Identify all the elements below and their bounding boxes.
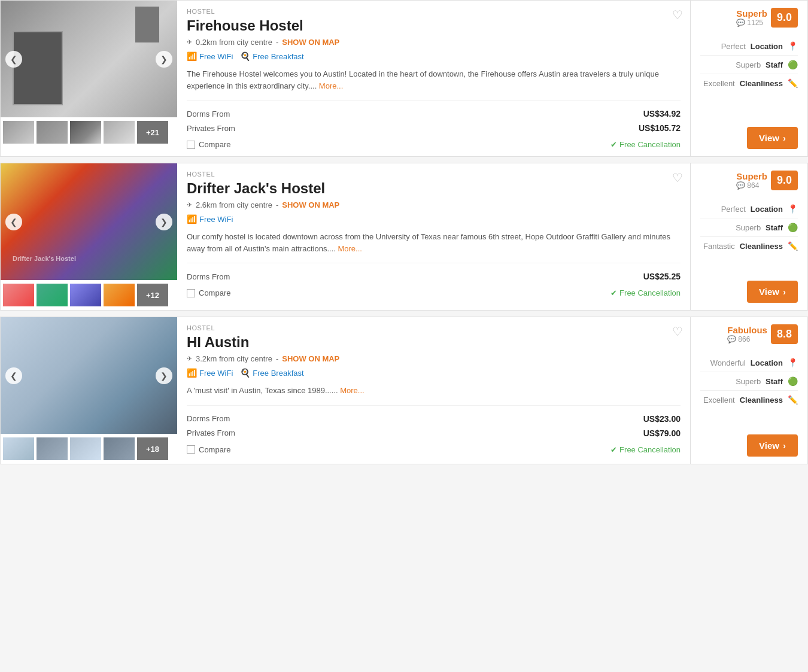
arrow-icon: ›	[783, 440, 786, 451]
privates-label: Privates From	[187, 124, 235, 133]
view-button[interactable]: View ›	[747, 127, 798, 149]
free-cancellation: ✔ Free Cancellation	[610, 445, 681, 454]
location-icon: 📍	[788, 204, 798, 214]
show-map-link[interactable]: SHOW ON MAP	[282, 200, 339, 209]
image-section: ❮ ❯ +18	[1, 317, 177, 464]
description: A 'must visit' in Austin, Texas since 19…	[187, 385, 681, 397]
compare-text: Compare	[199, 288, 230, 297]
thumbnail-2[interactable]	[37, 437, 68, 460]
chat-icon: 💬	[736, 19, 745, 27]
attr-noun: Staff	[766, 377, 783, 386]
attr-noun: Staff	[766, 60, 783, 69]
amenities-row: 📶 Free WiFi	[187, 214, 681, 224]
more-link[interactable]: More...	[319, 81, 343, 90]
hostel-name[interactable]: Firehouse Hostel	[187, 17, 681, 34]
hostel-name[interactable]: Drifter Jack's Hostel	[187, 180, 681, 197]
main-image: ❮ ❯	[1, 163, 177, 280]
thumbnail-more[interactable]: +21	[137, 121, 168, 144]
main-image: ❮ ❯	[1, 317, 177, 434]
thumbnail-4[interactable]	[104, 284, 135, 306]
thumbnail-1[interactable]	[3, 121, 34, 144]
staff-icon: 🟢	[788, 376, 798, 386]
compare-label[interactable]: Compare	[187, 445, 230, 454]
thumbnail-3[interactable]	[70, 437, 101, 460]
thumbnail-more[interactable]: +12	[137, 284, 168, 306]
amenity-free-wifi: 📶 Free WiFi	[187, 51, 233, 61]
thumbnail-more[interactable]: +18	[137, 437, 168, 460]
compare-checkbox[interactable]	[187, 289, 195, 297]
compare-label[interactable]: Compare	[187, 288, 230, 297]
attribute-location: Perfect Location 📍	[700, 37, 798, 56]
compare-checkbox[interactable]	[187, 445, 195, 454]
favorite-button[interactable]: ♡	[672, 171, 683, 185]
wifi-icon: 📶	[187, 214, 197, 224]
compare-checkbox[interactable]	[187, 141, 195, 149]
wifi-icon: 📶	[187, 368, 197, 378]
attr-noun: Cleanliness	[740, 242, 783, 251]
attribute-list: Perfect Location 📍 Superb Staff 🟢 Excell…	[700, 37, 798, 92]
attr-noun: Location	[751, 358, 783, 367]
check-icon: ✔	[610, 140, 617, 149]
thumbnail-strip: +18	[1, 434, 177, 464]
cleanliness-icon: ✏️	[788, 78, 798, 88]
thumbnail-3[interactable]	[70, 284, 101, 306]
thumbnail-2[interactable]	[37, 121, 68, 144]
free-cancellation: ✔ Free Cancellation	[610, 140, 681, 149]
attribute-location: Perfect Location 📍	[700, 200, 798, 218]
attribute-cleanliness: Excellent Cleanliness ✏️	[700, 391, 798, 409]
prev-image-button[interactable]: ❮	[5, 214, 22, 230]
thumbnail-3[interactable]	[70, 121, 101, 144]
dorms-price-row: Dorms From US$25.25	[187, 269, 681, 284]
attr-noun: Cleanliness	[740, 79, 783, 88]
prev-image-button[interactable]: ❮	[5, 367, 22, 384]
dorms-label: Dorms From	[187, 414, 230, 423]
location-icon: 📍	[788, 358, 798, 367]
favorite-button[interactable]: ♡	[672, 8, 683, 22]
card-main: ♡ HOSTEL HI Austin ✈ 3.2km from city cen…	[177, 317, 691, 464]
next-image-button[interactable]: ❯	[156, 367, 172, 384]
view-button[interactable]: View ›	[747, 281, 798, 303]
thumbnail-4[interactable]	[104, 437, 135, 460]
compare-label[interactable]: Compare	[187, 140, 230, 149]
view-button[interactable]: View ›	[747, 434, 798, 457]
separator: -	[276, 200, 278, 209]
amenity-free-breakfast: 🍳 Free Breakfast	[240, 368, 303, 378]
attr-adjective: Excellent	[703, 396, 735, 405]
rating-label-col: Superb 💬 864	[736, 171, 767, 190]
amenities-row: 📶 Free WiFi🍳 Free Breakfast	[187, 51, 681, 61]
thumbnail-1[interactable]	[3, 437, 34, 460]
thumbnail-4[interactable]	[104, 121, 135, 144]
distance-text: 3.2km from city centre	[196, 354, 272, 363]
dorms-price-row: Dorms From US$34.92	[187, 107, 681, 121]
favorite-button[interactable]: ♡	[672, 324, 683, 339]
prev-image-button[interactable]: ❮	[5, 51, 22, 68]
wifi-icon: 📶	[187, 51, 197, 61]
nav-icon: ✈	[187, 201, 192, 209]
attr-adjective: Superb	[736, 377, 761, 386]
next-image-button[interactable]: ❯	[156, 214, 172, 230]
image-section: ❮ ❯ +12	[1, 163, 177, 310]
hostel-card-drifter: ❮ ❯ +12 ♡ HOSTEL Drifter Jack's Hostel ✈	[0, 163, 808, 311]
show-map-link[interactable]: SHOW ON MAP	[282, 38, 339, 47]
card-main: ♡ HOSTEL Firehouse Hostel ✈ 0.2km from c…	[177, 1, 691, 156]
attr-adjective: Perfect	[721, 205, 746, 214]
next-image-button[interactable]: ❯	[156, 51, 172, 68]
free-cancellation: ✔ Free Cancellation	[610, 288, 681, 297]
hostel-card-hi-austin: ❮ ❯ +18 ♡ HOSTEL HI Austin ✈ 3.2km	[0, 317, 808, 464]
hostel-name[interactable]: HI Austin	[187, 334, 681, 351]
distance-row: ✈ 3.2km from city centre - SHOW ON MAP	[187, 354, 681, 363]
dorms-price: US$25.25	[643, 272, 681, 281]
more-link[interactable]: More...	[340, 386, 364, 395]
separator: -	[276, 38, 278, 47]
hostel-type: HOSTEL	[187, 324, 681, 332]
attr-noun: Staff	[766, 223, 783, 232]
show-map-link[interactable]: SHOW ON MAP	[282, 354, 339, 363]
more-link[interactable]: More...	[338, 244, 362, 253]
privates-label: Privates From	[187, 428, 235, 437]
thumbnail-2[interactable]	[37, 284, 68, 306]
thumbnail-1[interactable]	[3, 284, 34, 306]
rating-word: Superb	[736, 171, 767, 181]
attribute-cleanliness: Excellent Cleanliness ✏️	[700, 74, 798, 92]
card-right: Superb 💬 1125 9.0 Perfect Location 📍 Sup…	[691, 1, 807, 156]
attribute-staff: Superb Staff 🟢	[700, 56, 798, 74]
